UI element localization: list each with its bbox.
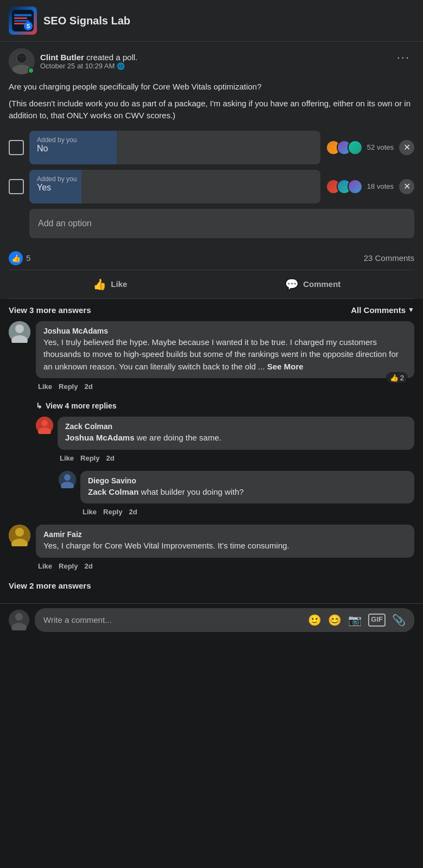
comment-avatar-aamir[interactable] [9,525,30,546]
reply-to-diego[interactable]: Reply [103,508,122,516]
action-bar: 👍 Like 💬 Comment [9,270,414,299]
reply-content-diego: Diego Savino Zack Colman what builder yo… [80,471,414,519]
like-button[interactable]: 👍 Like [9,272,212,296]
comment-icon: 💬 [285,278,299,291]
view-more-answers-button[interactable]: View 3 more answers [9,305,91,315]
reply-comment-joshua[interactable]: Reply [59,382,78,391]
svg-rect-4 [14,23,25,24]
reply-text-diego: Zack Colman what builder you doing with? [88,486,407,499]
comment-input-field[interactable]: Write a comment... 🙂 😊 📷 GIF 📎 [35,608,414,632]
reply-author-diego[interactable]: Diego Savino [88,476,407,485]
view-replies-joshua-button[interactable]: ↳ View 4 more replies [36,401,414,410]
comments-section: View 3 more answers All Comments ▼ Joshu… [0,299,423,603]
post-author-info: Clint Butler created a poll. October 25 … [9,48,137,74]
view-more-answers-bar: View 3 more answers All Comments ▼ [9,305,414,315]
comment-button[interactable]: 💬 Comment [212,272,415,296]
like-reaction-icon: 👍 [9,251,23,265]
svg-point-12 [15,324,24,333]
comment-text-joshua: Yes, I truly believed the hype. Maybe be… [43,336,407,373]
vote-count-yes: 18 votes [367,182,394,190]
reply-bubble-diego: Diego Savino Zack Colman what builder yo… [80,471,414,504]
poll-option-right-no: 52 votes [326,140,394,155]
reaction-count: 5 [26,253,30,263]
comment-item-joshua: Joshua McAdams Yes, I truly believed the… [9,321,414,393]
group-name: SEO Signals Lab [43,15,130,27]
reply-content-zack: Zack Colman Joshua McAdams we are doing … [58,417,414,464]
reply-mention-zack[interactable]: Joshua McAdams [65,433,135,442]
all-comments-button[interactable]: All Comments ▼ [351,305,414,315]
reactions-bar: 👍 5 23 Comments [9,247,414,270]
svg-point-21 [15,528,24,537]
svg-point-18 [64,474,71,481]
reply-diego: Diego Savino Zack Colman what builder yo… [59,471,414,519]
comment-content-aamir: Aamir Faiz Yes, I charge for Core Web Vi… [36,525,414,572]
all-comments-label: All Comments [351,305,406,315]
comment-item-aamir: Aamir Faiz Yes, I charge for Core Web Vi… [9,525,414,572]
reply-comment-aamir[interactable]: Reply [59,562,78,570]
reply-actions-diego: Like Reply 2d [80,506,414,518]
comment-actions-joshua: Like Reply 2d [36,380,414,393]
reply-avatar-zack[interactable] [36,417,53,434]
comment-author-aamir[interactable]: Aamir Faiz [43,530,407,539]
emoji-icon[interactable]: 😊 [328,614,342,627]
poll-option-text-no: No [37,144,313,154]
reply-bubble-zack: Zack Colman Joshua McAdams we are doing … [58,417,414,450]
poll-checkbox-yes[interactable] [9,179,24,194]
camera-icon[interactable]: 📷 [348,614,362,627]
see-more-joshua[interactable]: See More [267,362,304,371]
voter-avatar [348,179,363,194]
sticker-icon[interactable]: 🙂 [308,614,321,627]
post-header: Clint Butler created a poll. October 25 … [9,48,414,74]
like-reply-diego[interactable]: Like [83,508,97,516]
view-more-bottom: View 2 more answers [9,581,414,590]
poll-checkbox-no[interactable] [9,140,24,155]
remove-option-yes-button[interactable]: ✕ [399,179,414,194]
comment-input-placeholder: Write a comment... [43,615,112,624]
comment-author-joshua[interactable]: Joshua McAdams [43,327,407,335]
add-option-input[interactable]: Add an option [29,209,414,238]
online-indicator [28,67,34,74]
comment-avatar-joshua[interactable] [9,321,30,343]
author-name-line: Clint Butler created a poll. [40,53,137,62]
remove-option-no-button[interactable]: ✕ [399,140,414,155]
attachment-icon[interactable]: 📎 [392,614,406,627]
poll-option-no: Added by you No 52 votes ✕ [9,131,414,164]
voter-avatars-yes [326,179,363,194]
comment-bubble-joshua: Joshua McAdams Yes, I truly believed the… [36,321,414,379]
group-logo[interactable]: S [9,7,37,35]
vote-count-no: 52 votes [367,143,394,151]
author-name[interactable]: Clint Butler [40,53,84,62]
like-comment-aamir[interactable]: Like [38,562,52,570]
comment-text-aamir: Yes, I charge for Core Web Vital Improve… [43,540,407,552]
comment-bubble-aamir: Aamir Faiz Yes, I charge for Core Web Vi… [36,525,414,558]
poll-option-bar-no[interactable]: Added by you No [29,131,320,164]
reply-arrow-icon: ↳ [36,401,42,410]
poll-added-label-yes: Added by you [37,175,313,183]
comment-reaction-badge-joshua[interactable]: 👍 2 [386,372,408,384]
svg-text:S: S [27,23,30,29]
comment-input-avatar [9,610,29,630]
comments-count[interactable]: 23 Comments [364,253,414,263]
reply-avatar-diego[interactable] [59,471,76,488]
reply-thread-joshua: Zack Colman Joshua McAdams we are doing … [36,417,414,518]
reply-mention-diego[interactable]: Zack Colman [88,487,138,496]
poll-added-label-no: Added by you [37,136,313,144]
comment-content-joshua: Joshua McAdams Yes, I truly believed the… [36,321,414,393]
gif-icon[interactable]: GIF [368,614,386,627]
view-more-bottom-button[interactable]: View 2 more answers [9,581,91,590]
reply-text-zack: Joshua McAdams we are doing the same. [65,432,407,444]
reply-time-diego: 2d [129,508,137,516]
voter-avatar [348,140,363,155]
like-comment-joshua[interactable]: Like [38,382,52,391]
like-reply-zack[interactable]: Like [60,454,74,462]
reply-author-zack[interactable]: Zack Colman [65,422,407,431]
reply-to-zack[interactable]: Reply [80,454,99,462]
comment-reaction-count-joshua: 2 [400,374,404,382]
post-container: Clint Butler created a poll. October 25 … [0,42,423,299]
post-time: October 25 at 10:29 AM 🌐 [40,62,137,70]
poll-option-bar-yes[interactable]: Added by you Yes [29,170,320,203]
comment-input-bar: Write a comment... 🙂 😊 📷 GIF 📎 [0,603,423,639]
author-avatar-wrap [9,48,35,74]
more-options-button[interactable]: ··· [393,48,414,67]
reaction-left[interactable]: 👍 5 [9,251,30,265]
